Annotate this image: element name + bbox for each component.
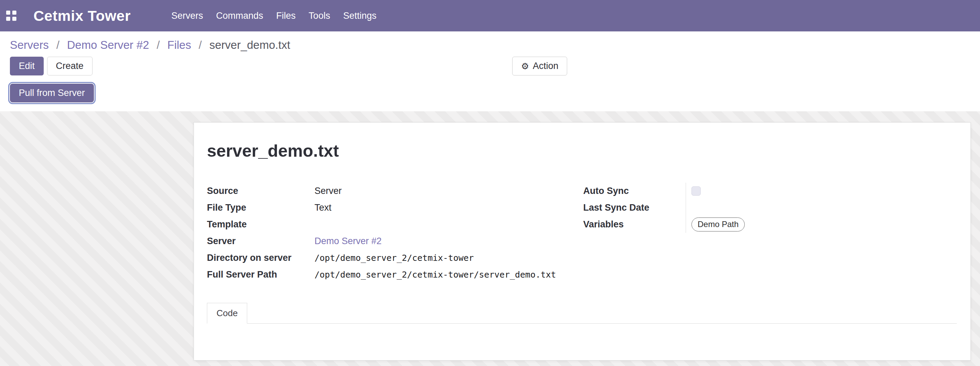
form-sheet: server_demo.txt Source Server File Type …	[194, 122, 971, 361]
field-label-full-path: Full Server Path	[207, 269, 315, 280]
app-brand[interactable]: Cetmix Tower	[33, 8, 131, 24]
breadcrumb-separator: /	[56, 38, 59, 51]
field-label-last-sync-date: Last Sync Date	[583, 202, 686, 213]
breadcrumb-current: server_demo.txt	[209, 38, 290, 51]
apps-icon-square	[12, 11, 16, 15]
tab-content-code	[207, 324, 957, 351]
field-value-source: Server	[315, 186, 583, 196]
field-group-right: Auto Sync Last Sync Date Variables Demo …	[583, 183, 957, 283]
field-row-source: Source Server	[207, 183, 583, 199]
content-area: server_demo.txt Source Server File Type …	[0, 111, 980, 366]
pull-from-server-button[interactable]: Pull from Server	[10, 84, 94, 102]
record-title: server_demo.txt	[207, 141, 957, 161]
top-navbar: Cetmix Tower Servers Commands Files Tool…	[0, 0, 980, 32]
action-button-label: Action	[533, 62, 558, 71]
field-value-full-path: /opt/demo_server_2/cetmix-tower/server_d…	[315, 270, 583, 280]
breadcrumb-separator: /	[157, 38, 160, 51]
field-label-template: Template	[207, 219, 315, 230]
field-label-file-type: File Type	[207, 202, 315, 213]
field-row-full-path: Full Server Path /opt/demo_server_2/cetm…	[207, 266, 583, 283]
field-label-variables: Variables	[583, 219, 686, 230]
nav-item-tools[interactable]: Tools	[302, 0, 337, 32]
field-groups: Source Server File Type Text Template Se…	[207, 183, 957, 283]
breadcrumb-link-servers[interactable]: Servers	[10, 38, 49, 51]
nav-menu: Servers Commands Files Tools Settings	[165, 0, 383, 32]
field-row-variables: Variables Demo Path	[583, 216, 957, 233]
tab-code[interactable]: Code	[207, 303, 247, 324]
variable-tag-demo-path: Demo Path	[692, 218, 745, 231]
field-value-directory: /opt/demo_server_2/cetmix-tower	[315, 253, 583, 263]
nav-item-files[interactable]: Files	[270, 0, 302, 32]
field-label-directory: Directory on server	[207, 253, 315, 263]
action-menu-wrap: ⚙ Action	[512, 57, 567, 75]
apps-icon-square	[12, 17, 16, 21]
field-label-auto-sync: Auto Sync	[583, 186, 686, 196]
field-label-source: Source	[207, 186, 315, 196]
field-group-left: Source Server File Type Text Template Se…	[207, 183, 583, 283]
control-panel: Servers / Demo Server #2 / Files / serve…	[0, 32, 980, 111]
action-button[interactable]: ⚙ Action	[512, 57, 567, 75]
edit-button[interactable]: Edit	[10, 57, 44, 75]
field-row-server: Server Demo Server #2	[207, 233, 583, 250]
field-label-server: Server	[207, 236, 315, 247]
apps-icon-square	[6, 11, 10, 15]
breadcrumb: Servers / Demo Server #2 / Files / serve…	[10, 38, 980, 52]
field-value-last-sync-date	[686, 199, 957, 216]
create-button[interactable]: Create	[47, 57, 92, 75]
breadcrumb-link-demo-server[interactable]: Demo Server #2	[67, 38, 149, 51]
field-row-auto-sync: Auto Sync	[583, 183, 957, 199]
field-value-file-type: Text	[315, 202, 583, 213]
field-row-last-sync-date: Last Sync Date	[583, 199, 957, 216]
nav-item-settings[interactable]: Settings	[337, 0, 383, 32]
field-row-directory: Directory on server /opt/demo_server_2/c…	[207, 250, 583, 266]
server-record-link[interactable]: Demo Server #2	[315, 236, 382, 246]
apps-menu-icon[interactable]	[6, 11, 16, 21]
breadcrumb-separator: /	[199, 38, 202, 51]
nav-item-servers[interactable]: Servers	[165, 0, 210, 32]
field-row-template: Template	[207, 216, 583, 233]
auto-sync-checkbox	[692, 186, 701, 196]
record-buttons-row: Pull from Server	[10, 84, 980, 102]
nav-item-commands[interactable]: Commands	[210, 0, 270, 32]
gear-icon: ⚙	[521, 62, 529, 71]
notebook-tabs: Code	[207, 303, 957, 324]
form-buttons-row: Edit Create	[10, 57, 980, 75]
breadcrumb-link-files[interactable]: Files	[167, 38, 191, 51]
field-row-file-type: File Type Text	[207, 199, 583, 216]
apps-icon-square	[6, 17, 10, 21]
